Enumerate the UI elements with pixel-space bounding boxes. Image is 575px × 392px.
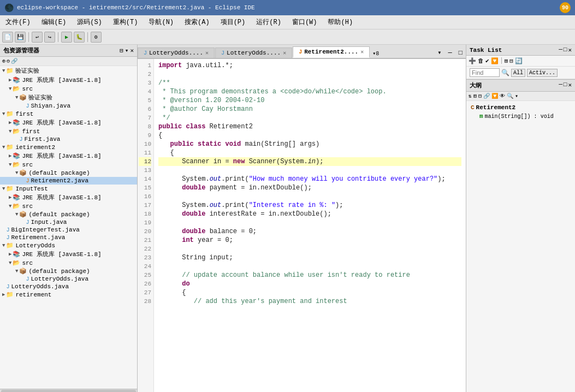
tree-item-lotteryodds-java-1[interactable]: ▶ J LotteryOdds.java <box>0 275 137 283</box>
outline-title: 大纲 <box>470 81 482 90</box>
pkg-close-icon[interactable]: ✕ <box>130 47 134 54</box>
tree-item-jre-5[interactable]: ▶ 📚 JRE 系统库 [JavaSE-1.8] <box>0 250 137 259</box>
tree-item-src-2[interactable]: ▼ 📂 src <box>0 161 137 169</box>
tree-item-shiyan-java[interactable]: ▶ J Shiyan.java <box>0 102 137 110</box>
tree-item-default-pkg-2[interactable]: ▼ 📦 (default package) <box>0 210 137 218</box>
task-add-icon[interactable]: ➕ <box>469 57 476 64</box>
line-num: 3 <box>139 79 151 87</box>
tree-item-first-project[interactable]: ▼ 📁 first <box>0 110 137 118</box>
tab-close-button[interactable]: ✕ <box>205 50 209 56</box>
tree-item-pkg-yanzhengs[interactable]: ▼ 📦 验证实验 <box>0 93 137 102</box>
tab-close-button[interactable]: ✕ <box>360 49 364 55</box>
tree-item-src-3[interactable]: ▼ 📂 src <box>0 202 137 210</box>
outline-filter-icon[interactable]: 🔽 <box>491 93 498 99</box>
task-collapse-icon[interactable]: ⊟ <box>509 57 513 64</box>
filter-active-btn[interactable]: Activ... <box>527 69 558 77</box>
code-content[interactable]: import java.util.*; /** * This program d… <box>154 59 466 392</box>
editor-min-btn[interactable]: ─ <box>445 48 455 58</box>
toolbar-btn-5[interactable]: ⚙ <box>91 32 102 43</box>
outline-menu-icon[interactable]: ▾ <box>515 93 518 99</box>
tree-item-first-java[interactable]: ▶ J First.java <box>0 135 137 143</box>
editor-max-btn[interactable]: □ <box>455 48 466 58</box>
code-editor[interactable]: 1 2 3 4 5 6 7 8 9 10 11 12 13 14 15 16 1… <box>138 59 466 392</box>
tree-item-src-1[interactable]: ▼ 📂 src <box>0 85 137 93</box>
outline-collapse-icon[interactable]: ⊟ <box>478 93 482 99</box>
outline-hide-icon[interactable]: 👁 <box>500 93 505 99</box>
tree-item-ietirement2[interactable]: ▼ 📁 ietirement2 <box>0 143 137 151</box>
outline-sort-icon[interactable]: ⇅ <box>469 93 472 99</box>
tab-lotteryodds-2[interactable]: J LotteryOdds.... ✕ <box>215 47 292 58</box>
outline-link-icon[interactable]: 🔗 <box>483 93 490 99</box>
toolbar-run[interactable]: ▶ <box>61 32 72 43</box>
tree-item-jre-1[interactable]: ▶ 📚 JRE 系统库 [JavaSE-1.8] <box>0 75 137 85</box>
outline-item-main[interactable]: m main(String[]) : void <box>469 112 573 121</box>
outline-min[interactable]: ─ <box>559 81 562 90</box>
editor-menu-btn[interactable]: ▾ <box>434 47 444 58</box>
task-delete-icon[interactable]: 🗑 <box>478 57 484 64</box>
task-filter-icon[interactable]: 🔽 <box>491 57 499 64</box>
menu-item[interactable]: 重构(T) <box>111 17 140 27</box>
menu-item[interactable]: 帮助(H) <box>325 17 355 27</box>
outline-search-icon[interactable]: 🔍 <box>507 93 513 99</box>
outline-close[interactable]: ✕ <box>568 81 572 90</box>
arrow-icon: ▼ <box>2 145 5 150</box>
tree-item-lotteryodds[interactable]: ▼ 📁 LotteryOdds <box>0 241 137 250</box>
task-refresh-icon[interactable]: 🔄 <box>515 57 523 64</box>
tab-retirement2[interactable]: J Retirement2.... ✕ <box>293 46 370 58</box>
tree-item-retirement-project[interactable]: ▶ 📁 retirement <box>0 290 137 299</box>
pkg-toolbar-icon-3[interactable]: 🔗 <box>11 58 17 64</box>
pkg-menu-icon[interactable]: ▾ <box>125 47 129 54</box>
toolbar-btn-4[interactable]: ↪ <box>44 32 55 43</box>
tree-label: first <box>15 111 33 117</box>
tree-item-retirement-java[interactable]: ▶ J Retirement.java <box>0 234 137 241</box>
task-expand-icon[interactable]: ⊞ <box>505 57 508 64</box>
tab-close-button[interactable]: ✕ <box>283 50 286 56</box>
tree-label: src <box>22 203 33 210</box>
tree-item-jre-3[interactable]: ▶ 📚 JRE 系统库 [JavaSE-1.8] <box>0 151 137 161</box>
tree-item-inputtest[interactable]: ▼ 📁 InputTest <box>0 185 137 193</box>
tab-lotteryodds-1[interactable]: J LotteryOdds.... ✕ <box>138 47 215 58</box>
tree-item-jre-4[interactable]: ▶ 📚 JRE 系统库 [JavaSE-1.8] <box>0 193 137 202</box>
task-complete-icon[interactable]: ✔ <box>485 57 489 64</box>
pkg-toolbar-icon-2[interactable]: ⊖ <box>7 58 10 64</box>
outline-item-retirement2[interactable]: C Retirement2 <box>469 103 573 112</box>
outline-expand-icon[interactable]: ⊞ <box>473 93 477 99</box>
filter-all-btn[interactable]: All <box>511 69 525 77</box>
menu-item[interactable]: 编辑(E) <box>39 17 69 27</box>
toolbar-debug[interactable]: 🐛 <box>74 32 85 43</box>
pkg-toolbar-icon-1[interactable]: ⊕ <box>2 58 5 64</box>
tree-item-lotteryodds-java-2[interactable]: ▶ J LotteryOdds.java <box>0 283 137 290</box>
menu-item[interactable]: 窗口(W) <box>290 17 319 27</box>
toolbar-btn-3[interactable]: ↩ <box>32 32 43 43</box>
menu-item[interactable]: 导航(N) <box>146 17 176 27</box>
tree-item-first-folder[interactable]: ▼ 📂 first <box>0 127 137 135</box>
menu-item[interactable]: 运行(R) <box>254 17 283 27</box>
tree-label: LotteryOdds <box>15 242 55 249</box>
tree-item-jre-2[interactable]: ▶ 📚 JRE 系统库 [JavaSE-1.8] <box>0 118 137 127</box>
tree-item-default-pkg[interactable]: ▼ 📦 (default package) <box>0 169 137 177</box>
find-input[interactable] <box>470 68 500 77</box>
toolbar-btn-2[interactable]: 💾 <box>15 32 26 43</box>
task-list-min[interactable]: ─ <box>559 46 562 54</box>
tree-label: 验证实验 <box>15 67 39 75</box>
outline-max[interactable]: □ <box>564 81 567 90</box>
menu-item[interactable]: 搜索(A) <box>182 17 212 27</box>
tree-item-biginteger-java[interactable]: ▶ J BigIntegerTest.java <box>0 226 137 234</box>
task-list-max[interactable]: □ <box>564 46 567 54</box>
search-icon[interactable]: 🔍 <box>501 69 509 77</box>
task-list-close[interactable]: ✕ <box>568 46 572 54</box>
arrow-icon: ▼ <box>15 269 18 274</box>
pkg-collapse-icon[interactable]: ⊟ <box>120 47 123 54</box>
line-num: 20 <box>139 227 151 236</box>
arrow-icon: ▼ <box>15 170 18 176</box>
toolbar-btn-1[interactable]: 📄 <box>2 32 13 43</box>
tree-item-yanzhengshiyan[interactable]: ▼ 📁 验证实验 <box>0 66 137 75</box>
tree-item-input-java[interactable]: ▶ J Input.java <box>0 218 137 226</box>
tabs-overflow[interactable]: ▾8 <box>370 49 381 58</box>
tree-item-retirement2-java[interactable]: ▶ J Retirement2.java <box>0 177 137 185</box>
menu-item[interactable]: 源码(S) <box>75 17 104 27</box>
tree-item-src-4[interactable]: ▼ 📂 src <box>0 259 137 267</box>
menu-item[interactable]: 项目(P) <box>218 17 248 27</box>
menu-item[interactable]: 文件(F) <box>3 17 33 27</box>
tree-item-default-pkg-3[interactable]: ▼ 📦 (default package) <box>0 267 137 275</box>
